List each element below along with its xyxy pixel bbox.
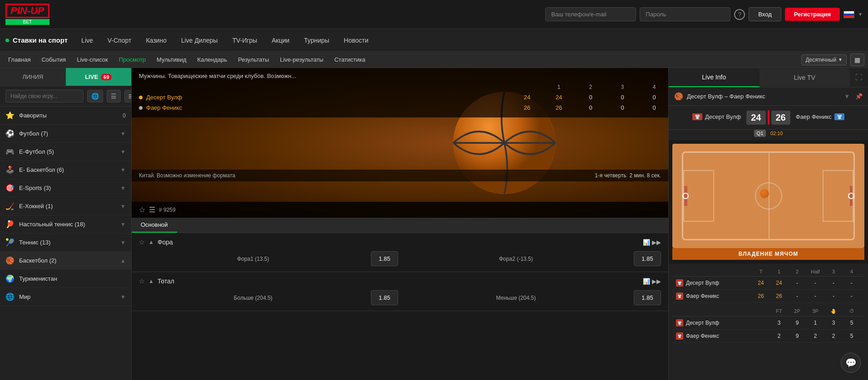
language-flag[interactable]	[843, 11, 854, 18]
match-selector-pin[interactable]: 📌	[855, 93, 863, 100]
nav-tv-games[interactable]: TV-Игры	[226, 29, 264, 51]
total-under-odds-btn[interactable]: 1.85	[634, 290, 661, 305]
login-button[interactable]: Вход	[749, 7, 781, 21]
tab-live[interactable]: LIVE 69	[66, 68, 132, 86]
subnav-home[interactable]: Главная	[4, 52, 35, 68]
stats-col-2: 2	[788, 269, 806, 274]
fouls-t2-2P: 9	[788, 333, 806, 339]
basketball-icon: 🏀	[5, 256, 15, 265]
stats-t1-1: 24	[770, 280, 788, 286]
sidebar-item-tabletennis[interactable]: 🏓 Настольный теннис (18) ▼	[0, 215, 131, 234]
score-team2-name: Фаер Феникс	[796, 113, 832, 120]
fouls-t2-time: 5	[843, 333, 861, 339]
nav-news[interactable]: Новости	[337, 29, 375, 51]
register-button[interactable]: Регистрация	[785, 8, 840, 21]
court-left-box	[683, 170, 714, 222]
subnav-live-results[interactable]: Live-результаты	[276, 52, 328, 68]
col-header-2: 2	[584, 84, 597, 90]
bet-group-fora: ☆ ▲ Фора 📊 ▶▶ Фора1 (13.5) 1.85 Фора2 (-…	[132, 233, 668, 272]
stats-t1-T: 24	[752, 280, 770, 286]
expand-button[interactable]: ⛶	[850, 70, 868, 85]
sidebar-item-esports[interactable]: 🎯 E-Sports (3) ▼	[0, 179, 131, 197]
help-button[interactable]: ?	[734, 9, 745, 20]
fora2-odds-btn[interactable]: 1.85	[634, 251, 661, 266]
betting-tab-osnovnoy[interactable]: Основной	[132, 218, 177, 233]
t1-q3: 0	[616, 94, 629, 101]
globe-icon-btn[interactable]: 🌐	[87, 90, 103, 102]
nav-casino[interactable]: Казино	[139, 29, 173, 51]
nav-live-dealers[interactable]: Live Дилеры	[175, 29, 224, 51]
grid-icon-btn[interactable]: ⊞	[124, 90, 132, 102]
chat-button[interactable]: 💬	[841, 353, 861, 373]
stats-header: T 1 2 Half 3 4	[672, 267, 864, 277]
stats-col-half: Half	[806, 269, 824, 274]
sidebar-item-basketball[interactable]: 🏀 Баскетбол (2) ▲	[0, 252, 131, 270]
total-header: ☆ ▲ Тотал 📊 ▶▶	[139, 278, 661, 285]
match-selector-chevron[interactable]: ▼	[844, 93, 850, 100]
sidebar-item-world[interactable]: 🌐 Мир ▼	[0, 288, 131, 306]
fora-icon1[interactable]: 📊	[643, 239, 650, 246]
team1-score-row: Десерт Вулф 24 24 0 0 0	[139, 92, 661, 102]
fora-icon2[interactable]: ▶▶	[652, 239, 661, 246]
tab-live-tv[interactable]: Live TV	[760, 68, 850, 87]
subnav-statistics[interactable]: Статистика	[330, 52, 370, 68]
sidebar-item-favorites-label: Фавориты	[19, 112, 123, 119]
sidebar-item-turkmenistan[interactable]: 🌍 Туркменистан	[0, 270, 131, 288]
password-input[interactable]	[640, 7, 730, 21]
court-right-box	[823, 170, 853, 222]
sidebar-item-ebasketball[interactable]: 🕹️ Е- Баскетбол (6) ▼	[0, 161, 131, 179]
total-over-odds-btn[interactable]: 1.85	[371, 290, 398, 305]
fouls-header: FT 2P 3P 🤚 ⏱	[672, 307, 864, 317]
fora-header: ☆ ▲ Фора 📊 ▶▶	[139, 239, 661, 246]
bookmark-btn[interactable]: ☆	[139, 205, 145, 214]
fora-arrow[interactable]: ▲	[148, 239, 154, 245]
phone-email-input[interactable]	[545, 7, 636, 21]
subnav-calendar[interactable]: Календарь	[193, 52, 232, 68]
logo: PIN-UP BET	[5, 4, 49, 25]
subnav-results[interactable]: Результаты	[233, 52, 273, 68]
sidebar-item-football[interactable]: ⚽ Футбол (7) ▼	[0, 125, 131, 143]
total-icon2[interactable]: ▶▶	[652, 278, 661, 285]
nav-tournaments[interactable]: Турниры	[298, 29, 336, 51]
fouls-col-2P: 2P	[788, 308, 806, 314]
match-selector: 🏀 Десерт Вулф – Фаер Феникс ▼ 📌	[669, 88, 868, 106]
sidebar-item-favorites[interactable]: ⭐ Фавориты 0	[0, 107, 131, 125]
total-arrow[interactable]: ▲	[148, 278, 154, 284]
subnav-events[interactable]: События	[37, 52, 70, 68]
team2-score-row: Фаер Феникс 26 26 0 0 0	[139, 102, 661, 113]
total-icon1[interactable]: 📊	[643, 278, 650, 285]
football-chevron: ▼	[120, 131, 126, 137]
decimal-selector[interactable]: Десятичный ▼	[801, 54, 847, 65]
tab-live-info[interactable]: Live Info	[669, 68, 760, 87]
header: PIN-UP BET ? Вход Регистрация ▼	[0, 0, 868, 29]
sidebar-search[interactable]	[5, 90, 84, 102]
subnav-multiview[interactable]: Мультивид	[152, 52, 191, 68]
favorites-icon: ⭐	[5, 111, 15, 120]
ebasketball-icon: 🕹️	[5, 166, 15, 174]
score-team1-num: 24	[746, 111, 765, 125]
tab-liniya[interactable]: ЛИНИЯ	[0, 68, 66, 86]
tennis-chevron: ▼	[120, 239, 126, 246]
nav-vsport[interactable]: V-Спорт	[101, 29, 138, 51]
subnav-view[interactable]: Просмотр	[114, 52, 150, 68]
sidebar-item-efootball[interactable]: 🎮 Е-Футбол (5) ▼	[0, 143, 131, 161]
sidebar-item-ehockey[interactable]: 🏒 Е-Хоккей (1) ▼	[0, 197, 131, 215]
calculator-button[interactable]: ▦	[850, 54, 864, 66]
list-view-btn[interactable]: ☰	[149, 205, 155, 214]
t1-total: 24	[520, 94, 534, 101]
nav-live[interactable]: Live	[75, 29, 99, 51]
nav-promotions[interactable]: Акции	[265, 29, 296, 51]
sidebar-item-tennis[interactable]: 🎾 Теннис (13) ▼	[0, 234, 131, 252]
subnav-live-list[interactable]: Live-список	[72, 52, 113, 68]
list-icon-btn[interactable]: ☰	[107, 90, 121, 102]
t2-total: 26	[520, 104, 534, 111]
fora1-odds-btn[interactable]: 1.85	[371, 251, 398, 266]
subnav: Главная События Live-список Просмотр Мул…	[0, 52, 868, 68]
total-star[interactable]: ☆	[139, 278, 145, 285]
fouls-team2-name: Фаер Феникс	[686, 333, 770, 339]
fora-icons: 📊 ▶▶	[643, 239, 661, 246]
fouls-row-team1: 👕 Десерт Вулф 3 9 1 3 5	[672, 317, 864, 330]
sidebar-item-esports-label: E-Sports (3)	[19, 185, 118, 191]
esports-chevron: ▼	[120, 185, 126, 191]
fora-star[interactable]: ☆	[139, 239, 145, 246]
